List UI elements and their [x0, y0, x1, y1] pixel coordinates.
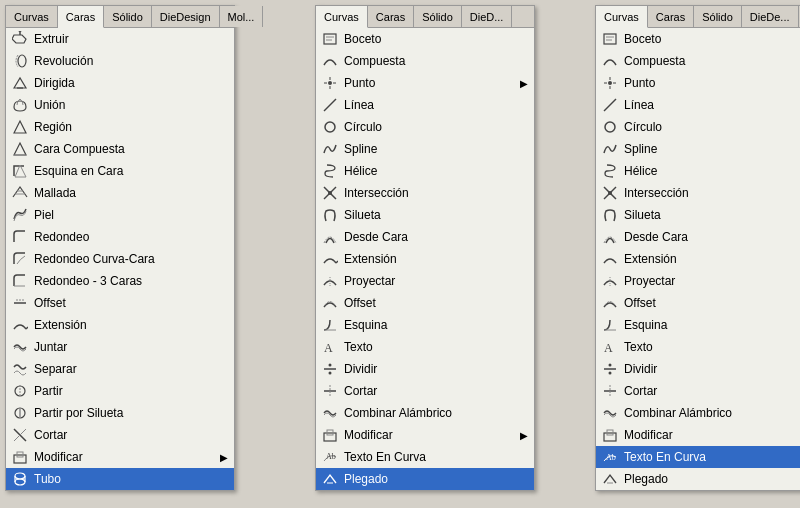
item-circulo-right[interactable]: Círculo — [596, 116, 800, 138]
item-circulo-middle[interactable]: Círculo — [316, 116, 534, 138]
item-tubo[interactable]: Tubo — [6, 468, 234, 490]
item-piel-label: Piel — [34, 208, 228, 222]
item-region[interactable]: Región — [6, 116, 234, 138]
item-offset-left[interactable]: Offset — [6, 292, 234, 314]
item-redondeo-3-caras[interactable]: Redondeo - 3 Caras — [6, 270, 234, 292]
item-boceto-middle[interactable]: Boceto — [316, 28, 534, 50]
compound-face-icon — [10, 139, 30, 159]
tab-caras-middle[interactable]: Caras — [368, 6, 414, 27]
item-proyectar-middle[interactable]: Proyectar — [316, 270, 534, 292]
item-silueta-middle[interactable]: Silueta — [316, 204, 534, 226]
tab-curvas-right[interactable]: Curvas — [596, 6, 648, 28]
revolve-icon — [10, 51, 30, 71]
item-modificar-left[interactable]: Modificar ▶ — [6, 446, 234, 468]
tab-solido-left[interactable]: Sólido — [104, 6, 152, 27]
svg-point-44 — [329, 372, 332, 375]
item-mallada[interactable]: Mallada — [6, 182, 234, 204]
item-esquina-en-cara[interactable]: Esquina en Cara — [6, 160, 234, 182]
svg-marker-0 — [12, 35, 26, 43]
item-cortar-left[interactable]: Cortar — [6, 424, 234, 446]
item-helice-right-label: Hélice — [624, 164, 800, 178]
item-desde-cara-middle[interactable]: Desde Cara — [316, 226, 534, 248]
item-redondeo[interactable]: Redondeo — [6, 226, 234, 248]
item-helice-right[interactable]: Hélice — [596, 160, 800, 182]
tab-solido-middle[interactable]: Sólido — [414, 6, 462, 27]
item-interseccion-right[interactable]: Intersección — [596, 182, 800, 204]
intersection-right-icon — [600, 183, 620, 203]
item-texto-en-curva-middle[interactable]: Ab Texto En Curva — [316, 446, 534, 468]
item-linea-right[interactable]: Línea — [596, 94, 800, 116]
item-plegado-middle[interactable]: Plegado — [316, 468, 534, 490]
svg-marker-6 — [14, 143, 26, 155]
compound-right-icon — [600, 51, 620, 71]
compound-middle-icon — [320, 51, 340, 71]
item-separar[interactable]: Separar — [6, 358, 234, 380]
svg-marker-5 — [14, 121, 26, 133]
item-cortar-right[interactable]: Cortar — [596, 380, 800, 402]
item-proyectar-right-label: Proyectar — [624, 274, 800, 288]
item-helice-middle[interactable]: Hélice — [316, 160, 534, 182]
tab-caras-left[interactable]: Caras — [58, 6, 104, 28]
item-plegado-right[interactable]: Plegado — [596, 468, 800, 490]
item-partir-por-silueta[interactable]: Partir por Silueta — [6, 402, 234, 424]
tab-solido-right[interactable]: Sólido — [694, 6, 742, 27]
item-piel[interactable]: Piel — [6, 204, 234, 226]
item-extension-right[interactable]: Extensión — [596, 248, 800, 270]
item-silueta-right[interactable]: Silueta — [596, 204, 800, 226]
item-dividir-middle[interactable]: Dividir — [316, 358, 534, 380]
item-juntar[interactable]: Juntar — [6, 336, 234, 358]
item-texto-right[interactable]: A Texto — [596, 336, 800, 358]
item-partir[interactable]: Partir — [6, 380, 234, 402]
union-icon — [10, 95, 30, 115]
item-modificar-middle-label: Modificar — [344, 428, 510, 442]
separate-icon — [10, 359, 30, 379]
item-cortar-left-label: Cortar — [34, 428, 228, 442]
item-circulo-middle-label: Círculo — [344, 120, 528, 134]
item-spline-right[interactable]: Spline — [596, 138, 800, 160]
project-right-icon — [600, 271, 620, 291]
tab-curvas-left[interactable]: Curvas — [6, 6, 58, 27]
item-modificar-right[interactable]: Modificar ▶ — [596, 424, 800, 446]
item-punto-middle[interactable]: Punto ▶ — [316, 72, 534, 94]
tab-died-middle[interactable]: DieD... — [462, 6, 513, 27]
item-texto-en-curva-right[interactable]: Ab Texto En Curva — [596, 446, 800, 468]
tab-curvas-middle[interactable]: Curvas — [316, 6, 368, 28]
item-boceto-right[interactable]: Boceto — [596, 28, 800, 50]
item-redondeo-curva-cara[interactable]: Redondeo Curva-Cara — [6, 248, 234, 270]
line-middle-icon — [320, 95, 340, 115]
item-texto-middle[interactable]: A Texto — [316, 336, 534, 358]
item-interseccion-middle[interactable]: Intersección — [316, 182, 534, 204]
item-combinar-alambrico-right[interactable]: Combinar Alámbrico — [596, 402, 800, 424]
item-spline-middle[interactable]: Spline — [316, 138, 534, 160]
item-offset-right[interactable]: Offset — [596, 292, 800, 314]
item-desde-cara-right[interactable]: Desde Cara — [596, 226, 800, 248]
item-compuesta-middle[interactable]: Compuesta — [316, 50, 534, 72]
item-revolucion[interactable]: Revolución — [6, 50, 234, 72]
item-union[interactable]: Unión — [6, 94, 234, 116]
item-extruir[interactable]: Extruir — [6, 28, 234, 50]
item-esquina-middle[interactable]: Esquina — [316, 314, 534, 336]
item-modificar-middle[interactable]: Modificar ▶ — [316, 424, 534, 446]
item-compuesta-right[interactable]: Compuesta — [596, 50, 800, 72]
item-extension-left[interactable]: Extensión — [6, 314, 234, 336]
item-offset-middle[interactable]: Offset — [316, 292, 534, 314]
item-cara-compuesta[interactable]: Cara Compuesta — [6, 138, 234, 160]
item-dirigida[interactable]: Dirigida — [6, 72, 234, 94]
item-extension-middle[interactable]: Extensión — [316, 248, 534, 270]
item-cortar-middle[interactable]: Cortar — [316, 380, 534, 402]
item-compuesta-right-label: Compuesta — [624, 54, 800, 68]
item-esquina-right[interactable]: Esquina — [596, 314, 800, 336]
item-linea-middle[interactable]: Línea — [316, 94, 534, 116]
offset-right-icon — [600, 293, 620, 313]
extension-left-icon — [10, 315, 30, 335]
item-dividir-right[interactable]: Dividir — [596, 358, 800, 380]
tab-diede-right[interactable]: DieDe... — [742, 6, 799, 27]
fillet-curve-icon — [10, 249, 30, 269]
item-proyectar-right[interactable]: Proyectar — [596, 270, 800, 292]
item-combinar-alambrico-middle[interactable]: Combinar Alámbrico — [316, 402, 534, 424]
tab-caras-right[interactable]: Caras — [648, 6, 694, 27]
tab-mol-left[interactable]: Mol... — [220, 6, 264, 27]
menu-panel-middle: Curvas Caras Sólido DieD... Boceto Compu… — [315, 5, 535, 491]
tab-diedesign-left[interactable]: DieDesign — [152, 6, 220, 27]
item-punto-right[interactable]: Punto ▶ — [596, 72, 800, 94]
